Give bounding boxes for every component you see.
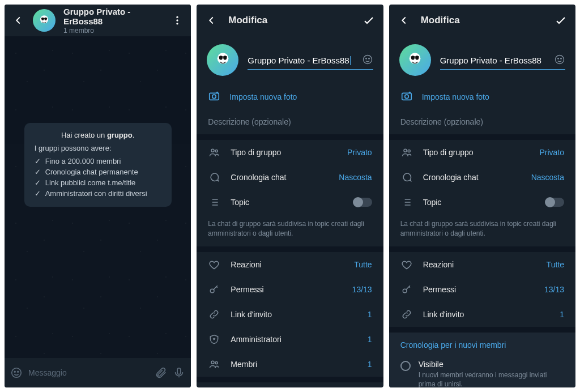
svg-point-27: [415, 56, 419, 60]
edit-header: Modifica: [197, 5, 383, 36]
message-input[interactable]: Messaggio: [28, 368, 149, 377]
group-name-input[interactable]: Gruppo Privato - ErBoss88: [440, 50, 565, 70]
chat-body: Hai creato un gruppo. I gruppi possono a…: [5, 36, 191, 358]
chat-header: Gruppo Privato - ErBoss88 1 membro: [5, 5, 191, 36]
option-desc: I nuovi membri vedranno i messaggi invia…: [419, 370, 564, 387]
edit-title: Modifica: [421, 15, 544, 26]
heart-icon: [208, 259, 220, 270]
confirm-icon[interactable]: [554, 14, 568, 27]
emoji-icon[interactable]: [554, 54, 565, 67]
group-avatar[interactable]: [399, 44, 431, 76]
svg-point-0: [40, 15, 48, 23]
members-row[interactable]: Membri 1: [197, 352, 383, 377]
bullet-item: Amministratori con diritti diversi: [45, 189, 147, 198]
chat-title[interactable]: Gruppo Privato - ErBoss88: [63, 7, 163, 26]
svg-point-4: [177, 16, 178, 18]
attach-icon[interactable]: [155, 367, 167, 379]
emoji-icon[interactable]: [362, 54, 373, 67]
svg-point-7: [12, 368, 22, 378]
delete-group-button[interactable]: Elimina e lascia il gruppo: [197, 382, 383, 387]
option-label: Visibile: [419, 360, 564, 369]
row-label: Reazioni: [423, 260, 536, 269]
chat-history-row[interactable]: Cronologia chat Nascosta: [389, 165, 575, 190]
svg-point-6: [177, 23, 178, 24]
system-text-bold: gruppo: [107, 131, 133, 139]
set-photo-button[interactable]: Imposta nuova foto: [389, 84, 575, 109]
description-input[interactable]: Descrizione (opzionale): [389, 109, 575, 134]
system-subtitle: I gruppi possono avere:: [35, 144, 161, 152]
chat-icon: [400, 172, 413, 183]
row-label: Cronologia chat: [231, 173, 329, 182]
invite-link-row[interactable]: Link d'invito 1: [197, 302, 383, 327]
svg-point-17: [368, 58, 369, 59]
group-avatar[interactable]: [207, 44, 238, 76]
row-value: 13/13: [544, 285, 564, 294]
set-photo-label: Imposta nuova foto: [229, 92, 297, 101]
svg-point-15: [363, 56, 372, 64]
topic-hint: La chat di gruppo sarà suddivisa in topi…: [389, 215, 575, 246]
svg-point-31: [561, 58, 562, 59]
row-value: Tutte: [354, 260, 372, 269]
emoji-icon[interactable]: [10, 367, 23, 379]
link-icon: [208, 309, 220, 320]
svg-point-12: [219, 56, 223, 60]
row-label: Tipo di gruppo: [423, 148, 530, 157]
chat-history-row[interactable]: Cronologia chat Nascosta: [197, 165, 383, 190]
svg-rect-3: [41, 18, 48, 19]
svg-point-22: [211, 289, 215, 293]
row-label: Link d'invito: [231, 310, 357, 319]
permissions-row[interactable]: Permessi 13/13: [197, 277, 383, 302]
svg-point-25: [410, 53, 421, 65]
key-icon: [400, 284, 413, 295]
group-type-row[interactable]: Tipo di gruppo Privato: [197, 140, 383, 165]
confirm-icon[interactable]: [362, 14, 376, 27]
topic-row[interactable]: Topic: [389, 190, 575, 215]
invite-link-row[interactable]: Link d'invito 1: [389, 302, 575, 327]
history-option-visible[interactable]: Visibile I nuovi membri vedranno i messa…: [389, 354, 575, 387]
row-value: 1: [368, 335, 372, 344]
edit-screen-history: Modifica Gruppo Privato - ErBoss88 Impos…: [389, 5, 575, 387]
permissions-row[interactable]: Permessi 13/13: [389, 277, 575, 302]
reactions-row[interactable]: Reazioni Tutte: [197, 252, 383, 277]
group-name-value: Gruppo Privato - ErBoss88: [440, 56, 541, 65]
row-label: Permessi: [231, 285, 342, 294]
mic-icon[interactable]: [173, 367, 185, 379]
topic-toggle[interactable]: [546, 198, 564, 207]
back-icon[interactable]: [204, 14, 218, 27]
svg-rect-10: [178, 368, 181, 374]
history-options-panel: Cronologia per i nuovi membri Visibile I…: [389, 333, 575, 387]
topic-row[interactable]: Topic: [197, 190, 383, 215]
row-value: 13/13: [352, 285, 372, 294]
group-avatar[interactable]: [33, 9, 56, 32]
system-text: Hai creato un: [61, 131, 107, 139]
bullet-item: Cronologia chat permanente: [45, 168, 138, 176]
list-icon: [208, 197, 220, 208]
chat-subtitle: 1 membro: [63, 27, 163, 35]
text-cursor: [350, 56, 351, 65]
more-icon[interactable]: [170, 14, 184, 27]
row-value: Tutte: [547, 260, 564, 269]
group-type-row[interactable]: Tipo di gruppo Privato: [389, 140, 575, 165]
set-photo-button[interactable]: Imposta nuova foto: [197, 84, 383, 109]
row-label: Reazioni: [231, 260, 344, 269]
svg-point-16: [365, 58, 366, 59]
group-name-value: Gruppo Privato - ErBoss88: [248, 56, 349, 65]
radio-off-icon: [400, 361, 411, 371]
people-icon: [400, 147, 413, 158]
svg-point-20: [211, 149, 214, 152]
topic-toggle[interactable]: [354, 198, 372, 207]
back-icon[interactable]: [397, 14, 411, 27]
svg-point-36: [403, 289, 407, 293]
group-name-input[interactable]: Gruppo Privato - ErBoss88: [248, 50, 373, 70]
row-label: Topic: [423, 198, 536, 207]
back-icon[interactable]: [11, 14, 25, 27]
admins-row[interactable]: Amministratori 1: [197, 327, 383, 352]
svg-rect-28: [411, 57, 419, 58]
svg-point-11: [218, 53, 229, 65]
row-value: Privato: [539, 148, 564, 157]
svg-point-2: [44, 18, 46, 20]
compose-bar: Messaggio: [5, 358, 191, 387]
description-input[interactable]: Descrizione (opzionale): [197, 109, 383, 134]
reactions-row[interactable]: Reazioni Tutte: [389, 252, 575, 277]
shield-star-icon: [208, 334, 220, 345]
